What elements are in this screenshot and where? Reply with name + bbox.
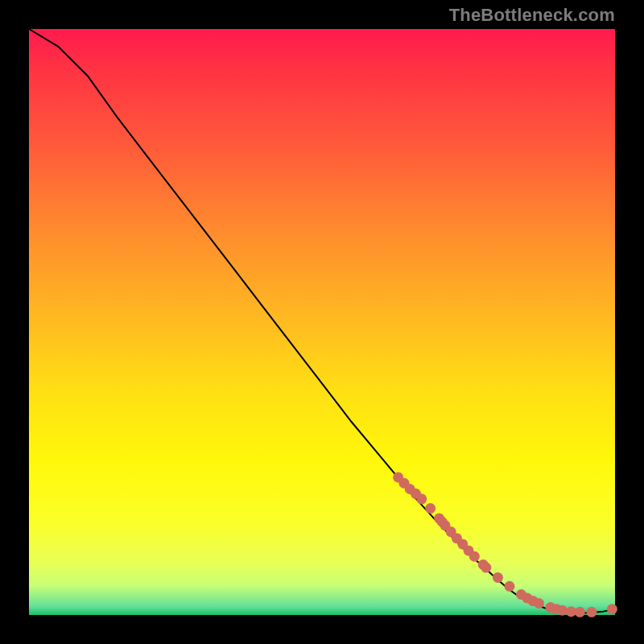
curve-marker <box>425 503 436 514</box>
chart-stage: TheBottleneck.com <box>0 0 644 644</box>
curve-marker <box>481 563 491 573</box>
watermark-text: TheBottleneck.com <box>449 5 615 26</box>
curve-marker <box>607 604 617 614</box>
curve-marker <box>575 607 585 617</box>
bottleneck-curve <box>29 29 615 613</box>
curve-marker <box>557 605 568 616</box>
curve-marker <box>586 607 597 617</box>
plot-area <box>29 29 615 615</box>
curve-marker <box>534 598 544 609</box>
curve-marker <box>493 572 503 583</box>
curve-marker <box>504 581 514 592</box>
plot-svg <box>29 29 615 615</box>
curve-marker <box>416 493 427 504</box>
curve-marker <box>469 551 480 562</box>
